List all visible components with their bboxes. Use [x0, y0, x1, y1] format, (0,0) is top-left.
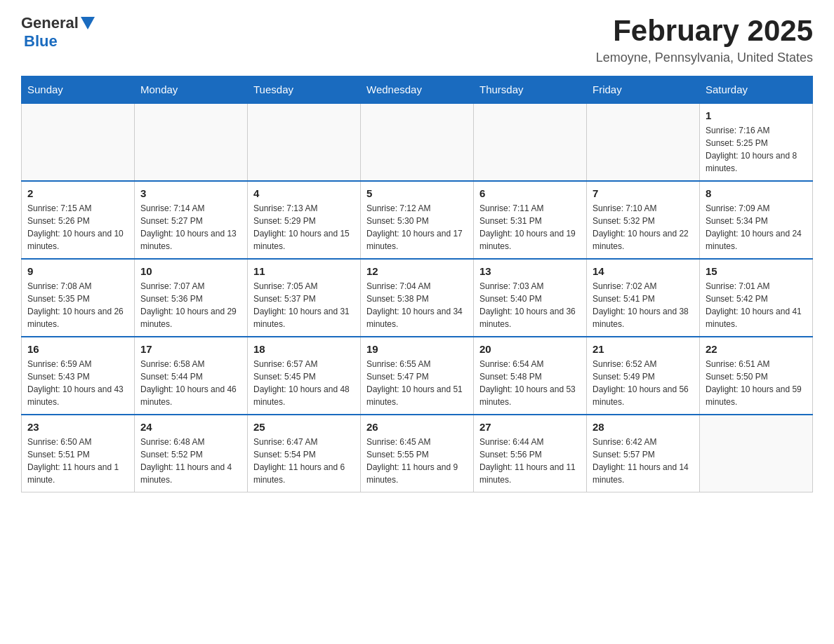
calendar-cell — [587, 103, 700, 181]
day-number: 21 — [593, 343, 694, 355]
calendar-cell: 19Sunrise: 6:55 AMSunset: 5:47 PMDayligh… — [361, 337, 474, 415]
calendar-cell: 24Sunrise: 6:48 AMSunset: 5:52 PMDayligh… — [135, 415, 248, 492]
calendar-cell — [361, 103, 474, 181]
calendar-cell: 5Sunrise: 7:12 AMSunset: 5:30 PMDaylight… — [361, 181, 474, 259]
calendar-day-header: Wednesday — [361, 76, 474, 104]
calendar-cell: 18Sunrise: 6:57 AMSunset: 5:45 PMDayligh… — [248, 337, 361, 415]
day-number: 10 — [140, 265, 241, 277]
day-info: Sunrise: 6:45 AMSunset: 5:55 PMDaylight:… — [366, 436, 468, 486]
day-number: 17 — [140, 343, 241, 355]
day-info: Sunrise: 6:50 AMSunset: 5:51 PMDaylight:… — [27, 436, 128, 486]
day-number: 8 — [706, 187, 807, 199]
day-info: Sunrise: 7:08 AMSunset: 5:35 PMDaylight:… — [27, 280, 128, 330]
day-number: 19 — [366, 343, 468, 355]
calendar-week-row: 9Sunrise: 7:08 AMSunset: 5:35 PMDaylight… — [22, 259, 813, 337]
day-number: 4 — [253, 187, 355, 199]
day-info: Sunrise: 7:16 AMSunset: 5:25 PMDaylight:… — [706, 124, 807, 175]
calendar-header-row: SundayMondayTuesdayWednesdayThursdayFrid… — [22, 76, 813, 104]
day-number: 13 — [479, 265, 581, 277]
calendar-cell — [135, 103, 248, 181]
day-info: Sunrise: 7:11 AMSunset: 5:31 PMDaylight:… — [479, 202, 581, 253]
calendar-day-header: Saturday — [700, 76, 813, 104]
calendar-cell: 17Sunrise: 6:58 AMSunset: 5:44 PMDayligh… — [135, 337, 248, 415]
calendar-week-row: 2Sunrise: 7:15 AMSunset: 5:26 PMDaylight… — [22, 181, 813, 259]
day-info: Sunrise: 7:09 AMSunset: 5:34 PMDaylight:… — [706, 202, 807, 253]
calendar-cell: 22Sunrise: 6:51 AMSunset: 5:50 PMDayligh… — [700, 337, 813, 415]
day-info: Sunrise: 6:44 AMSunset: 5:56 PMDaylight:… — [479, 436, 581, 486]
day-number: 3 — [140, 187, 241, 199]
calendar-cell — [22, 103, 135, 181]
calendar-cell: 6Sunrise: 7:11 AMSunset: 5:31 PMDaylight… — [474, 181, 587, 259]
day-number: 2 — [27, 187, 128, 199]
day-info: Sunrise: 7:03 AMSunset: 5:40 PMDaylight:… — [479, 280, 581, 330]
calendar-week-row: 23Sunrise: 6:50 AMSunset: 5:51 PMDayligh… — [22, 415, 813, 492]
calendar-cell: 27Sunrise: 6:44 AMSunset: 5:56 PMDayligh… — [474, 415, 587, 492]
day-info: Sunrise: 7:13 AMSunset: 5:29 PMDaylight:… — [253, 202, 355, 253]
day-number: 22 — [706, 343, 807, 355]
day-info: Sunrise: 6:57 AMSunset: 5:45 PMDaylight:… — [253, 358, 355, 408]
day-info: Sunrise: 6:52 AMSunset: 5:49 PMDaylight:… — [593, 358, 694, 408]
day-info: Sunrise: 6:59 AMSunset: 5:43 PMDaylight:… — [27, 358, 128, 408]
day-number: 20 — [479, 343, 581, 355]
day-info: Sunrise: 7:05 AMSunset: 5:37 PMDaylight:… — [253, 280, 355, 330]
day-info: Sunrise: 7:10 AMSunset: 5:32 PMDaylight:… — [593, 202, 694, 253]
calendar-day-header: Sunday — [22, 76, 135, 104]
day-number: 5 — [366, 187, 468, 199]
day-info: Sunrise: 7:14 AMSunset: 5:27 PMDaylight:… — [140, 202, 241, 253]
calendar-cell: 20Sunrise: 6:54 AMSunset: 5:48 PMDayligh… — [474, 337, 587, 415]
calendar-cell: 12Sunrise: 7:04 AMSunset: 5:38 PMDayligh… — [361, 259, 474, 337]
day-info: Sunrise: 6:51 AMSunset: 5:50 PMDaylight:… — [706, 358, 807, 408]
calendar-week-row: 1Sunrise: 7:16 AMSunset: 5:25 PMDaylight… — [22, 103, 813, 181]
calendar-day-header: Monday — [135, 76, 248, 104]
page-header: General Blue February 2025 Lemoyne, Penn… — [21, 14, 813, 65]
calendar-cell: 21Sunrise: 6:52 AMSunset: 5:49 PMDayligh… — [587, 337, 700, 415]
calendar-cell: 3Sunrise: 7:14 AMSunset: 5:27 PMDaylight… — [135, 181, 248, 259]
day-info: Sunrise: 6:54 AMSunset: 5:48 PMDaylight:… — [479, 358, 581, 408]
logo: General Blue — [21, 14, 95, 51]
day-number: 16 — [27, 343, 128, 355]
calendar-cell: 2Sunrise: 7:15 AMSunset: 5:26 PMDaylight… — [22, 181, 135, 259]
calendar-cell: 8Sunrise: 7:09 AMSunset: 5:34 PMDaylight… — [700, 181, 813, 259]
day-number: 26 — [366, 421, 468, 433]
day-number: 18 — [253, 343, 355, 355]
calendar-cell: 10Sunrise: 7:07 AMSunset: 5:36 PMDayligh… — [135, 259, 248, 337]
calendar-day-header: Tuesday — [248, 76, 361, 104]
day-number: 27 — [479, 421, 581, 433]
calendar-cell — [248, 103, 361, 181]
day-number: 11 — [253, 265, 355, 277]
logo-triangle-icon — [81, 17, 95, 31]
calendar-day-header: Friday — [587, 76, 700, 104]
calendar-day-header: Thursday — [474, 76, 587, 104]
day-info: Sunrise: 7:04 AMSunset: 5:38 PMDaylight:… — [366, 280, 468, 330]
day-number: 28 — [593, 421, 694, 433]
day-info: Sunrise: 6:47 AMSunset: 5:54 PMDaylight:… — [253, 436, 355, 486]
calendar-cell: 25Sunrise: 6:47 AMSunset: 5:54 PMDayligh… — [248, 415, 361, 492]
calendar-week-row: 16Sunrise: 6:59 AMSunset: 5:43 PMDayligh… — [22, 337, 813, 415]
calendar-cell: 13Sunrise: 7:03 AMSunset: 5:40 PMDayligh… — [474, 259, 587, 337]
day-number: 23 — [27, 421, 128, 433]
calendar-cell: 9Sunrise: 7:08 AMSunset: 5:35 PMDaylight… — [22, 259, 135, 337]
day-number: 12 — [366, 265, 468, 277]
day-number: 14 — [593, 265, 694, 277]
day-number: 9 — [27, 265, 128, 277]
day-info: Sunrise: 7:15 AMSunset: 5:26 PMDaylight:… — [27, 202, 128, 253]
day-number: 25 — [253, 421, 355, 433]
month-year-title: February 2025 — [596, 14, 813, 48]
day-number: 1 — [706, 109, 807, 121]
calendar-table: SundayMondayTuesdayWednesdayThursdayFrid… — [21, 76, 813, 492]
day-number: 15 — [706, 265, 807, 277]
calendar-cell: 11Sunrise: 7:05 AMSunset: 5:37 PMDayligh… — [248, 259, 361, 337]
calendar-cell: 15Sunrise: 7:01 AMSunset: 5:42 PMDayligh… — [700, 259, 813, 337]
day-info: Sunrise: 6:55 AMSunset: 5:47 PMDaylight:… — [366, 358, 468, 408]
day-info: Sunrise: 7:12 AMSunset: 5:30 PMDaylight:… — [366, 202, 468, 253]
calendar-cell: 1Sunrise: 7:16 AMSunset: 5:25 PMDaylight… — [700, 103, 813, 181]
day-info: Sunrise: 7:07 AMSunset: 5:36 PMDaylight:… — [140, 280, 241, 330]
day-info: Sunrise: 6:58 AMSunset: 5:44 PMDaylight:… — [140, 358, 241, 408]
calendar-cell: 26Sunrise: 6:45 AMSunset: 5:55 PMDayligh… — [361, 415, 474, 492]
svg-marker-0 — [81, 17, 95, 29]
location-subtitle: Lemoyne, Pennsylvania, United States — [596, 51, 813, 65]
day-number: 7 — [593, 187, 694, 199]
calendar-cell: 7Sunrise: 7:10 AMSunset: 5:32 PMDaylight… — [587, 181, 700, 259]
day-info: Sunrise: 7:02 AMSunset: 5:41 PMDaylight:… — [593, 280, 694, 330]
day-number: 24 — [140, 421, 241, 433]
